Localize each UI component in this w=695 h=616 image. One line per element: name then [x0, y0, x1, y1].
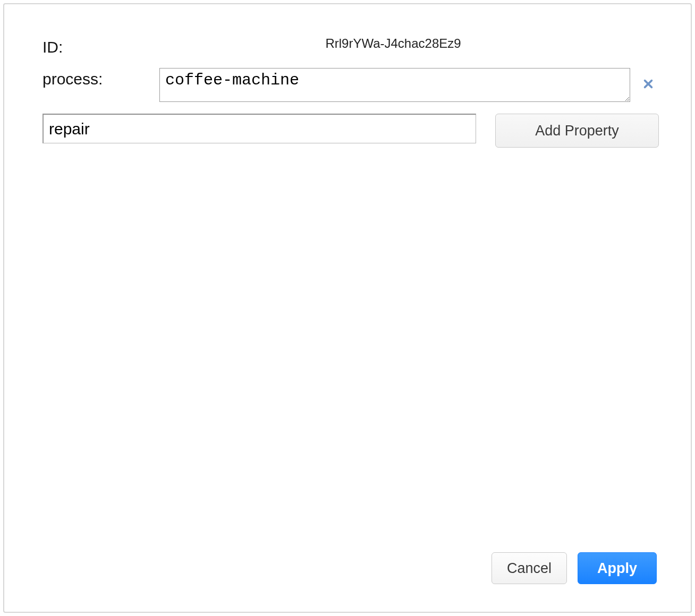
new-property-input[interactable]	[43, 114, 476, 143]
add-property-row: Add Property	[43, 114, 659, 148]
remove-property-button[interactable]	[638, 74, 659, 96]
id-value: Rrl9rYWa-J4chac28Ez9	[159, 36, 659, 51]
apply-button[interactable]: Apply	[578, 552, 657, 584]
process-textarea[interactable]	[159, 68, 630, 102]
add-property-button[interactable]: Add Property	[495, 114, 659, 148]
footer: Cancel Apply	[43, 552, 659, 586]
id-label: ID:	[43, 36, 159, 56]
process-row: process:	[43, 68, 659, 102]
close-icon	[642, 78, 654, 92]
id-value-wrap: Rrl9rYWa-J4chac28Ez9	[159, 36, 659, 51]
id-row: ID: Rrl9rYWa-J4chac28Ez9	[43, 36, 659, 56]
spacer	[43, 148, 659, 552]
process-value-wrap	[159, 68, 659, 102]
edit-panel: ID: Rrl9rYWa-J4chac28Ez9 process:	[3, 3, 692, 613]
cancel-button[interactable]: Cancel	[491, 552, 567, 584]
form-area: ID: Rrl9rYWa-J4chac28Ez9 process:	[43, 36, 659, 148]
process-label: process:	[43, 68, 159, 88]
